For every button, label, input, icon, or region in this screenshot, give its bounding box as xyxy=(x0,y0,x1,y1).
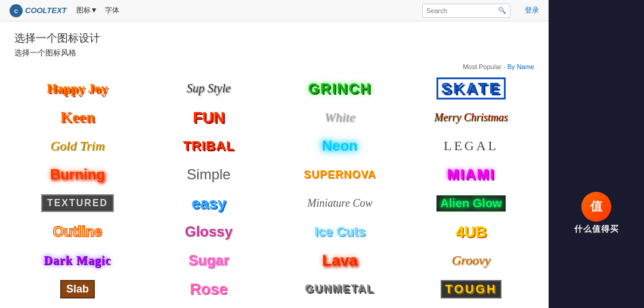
logo-text: COOLTEXT xyxy=(25,6,67,15)
icon-label-super-style: Sup Style xyxy=(187,82,231,95)
icon-item-super-style[interactable]: Sup Style xyxy=(145,75,272,102)
icon-label-keen: Keen xyxy=(60,108,95,126)
sort-by-name[interactable]: By Name xyxy=(507,63,534,70)
icon-item-grinch[interactable]: GRINCH xyxy=(277,75,403,102)
icon-label-4ub: 4UB xyxy=(456,223,487,241)
icon-item-spring[interactable]: Spring xyxy=(277,304,403,308)
content: 选择一个图标设计 选择一个图标风格 Most Popular - By Name… xyxy=(0,21,549,308)
icon-item-fun[interactable]: FUN xyxy=(145,104,272,130)
icon-item-glossy[interactable]: Glossy xyxy=(145,219,272,245)
icon-label-easy: easy xyxy=(191,194,226,213)
search-icon: 🔍 xyxy=(498,7,506,14)
icon-item-slab[interactable]: Slab xyxy=(14,276,141,302)
icon-label-miniature-cow: Miniature Cow xyxy=(308,197,373,210)
icon-item-merry-christmas[interactable]: Merry Christmas xyxy=(408,104,534,130)
sort-label: Most Popular xyxy=(463,63,501,70)
icon-item-sugar[interactable]: Sugar xyxy=(145,247,272,273)
main-area: C COOLTEXT 图标▼ 字体 🔍 登录 选择一个图标设计 选择一个图标风格… xyxy=(0,0,549,308)
nav-font-item[interactable]: 字体 xyxy=(105,5,119,15)
icon-label-tribal: TRIBAL xyxy=(183,138,235,154)
icon-label-outline: Outline xyxy=(53,223,103,240)
icon-label-gunmetal: GUNMETAL xyxy=(305,283,375,295)
icon-label-gold-trim: Gold Trim xyxy=(50,138,104,154)
icon-label-legal: LEGAL xyxy=(444,138,499,154)
icon-label-sugar: Sugar xyxy=(188,252,229,269)
icon-item-lava[interactable]: Lava xyxy=(277,247,403,273)
icon-item-vampire[interactable]: Vampire xyxy=(145,304,272,308)
icon-label-groovy: Groovy xyxy=(451,253,490,268)
icon-label-neon: Neon xyxy=(322,138,358,154)
icon-item-alien-glow[interactable]: Alien Glow xyxy=(408,190,534,216)
login-button[interactable]: 登录 xyxy=(525,5,539,15)
icon-item-dark-magic[interactable]: Dark Magic xyxy=(14,247,141,273)
nav-items: 图标▼ 字体 xyxy=(76,5,119,15)
sort-separator: - xyxy=(503,63,507,70)
icon-item-happy-joy[interactable]: Happy Joy xyxy=(14,75,141,102)
nav-icon-item[interactable]: 图标▼ xyxy=(76,5,98,15)
icon-item-dragon[interactable]: Dragon xyxy=(14,304,141,308)
icon-label-alien-glow: Alien Glow xyxy=(436,195,505,211)
icons-grid: Happy JoySup StyleGRINCHSKATEKeenFUNWhit… xyxy=(14,75,534,308)
icon-item-gold-trim[interactable]: Gold Trim xyxy=(14,133,141,159)
icon-label-dark-magic: Dark Magic xyxy=(44,254,112,267)
icon-label-merry-christmas: Merry Christmas xyxy=(434,111,508,124)
icon-item-keen[interactable]: Keen xyxy=(14,104,141,130)
icon-item-miniature-cow[interactable]: Miniature Cow xyxy=(277,190,403,216)
icon-item-ice[interactable]: Ice Cuts xyxy=(277,219,403,245)
icon-item-skate[interactable]: SKATE xyxy=(408,75,534,102)
icon-item-comic[interactable]: COMIC xyxy=(408,304,534,308)
icon-label-skate: SKATE xyxy=(436,77,505,99)
icon-item-outline[interactable]: Outline xyxy=(14,219,141,245)
icon-item-4ub[interactable]: 4UB xyxy=(408,219,534,245)
icon-label-lava: Lava xyxy=(322,251,357,270)
icon-item-neon[interactable]: Neon xyxy=(277,133,403,159)
sort-bar: Most Popular - By Name xyxy=(14,63,534,70)
icon-label-simple: Simple xyxy=(187,166,230,183)
icon-label-happy-joy: Happy Joy xyxy=(47,81,108,97)
icon-item-easy[interactable]: easy xyxy=(145,190,272,216)
icon-item-gunmetal[interactable]: GUNMETAL xyxy=(277,276,403,302)
icon-label-burning: Burning xyxy=(50,166,105,183)
logo[interactable]: C COOLTEXT xyxy=(10,4,67,17)
icon-item-textured[interactable]: TEXTURED xyxy=(14,190,141,216)
icon-label-glossy: Glossy xyxy=(185,223,233,240)
icon-item-groovy[interactable]: Groovy xyxy=(408,247,534,273)
svg-text:C: C xyxy=(14,8,18,14)
brand-circle-text: 值 xyxy=(590,198,602,214)
icon-label-tough: TOUGH xyxy=(441,280,502,298)
header: C COOLTEXT 图标▼ 字体 🔍 登录 xyxy=(0,0,549,21)
brand-name: 什么值得买 xyxy=(574,224,619,235)
icon-label-grinch: GRINCH xyxy=(308,80,372,97)
icon-label-fun: FUN xyxy=(193,108,224,127)
icon-item-tribal[interactable]: TRIBAL xyxy=(145,133,272,159)
icon-item-legal[interactable]: LEGAL xyxy=(408,133,534,159)
icon-label-ice: Ice Cuts xyxy=(314,224,366,239)
brand-logo: 值 什么值得买 xyxy=(574,192,619,235)
brand-circle: 值 xyxy=(581,192,611,222)
search-input[interactable] xyxy=(426,7,498,14)
icon-item-miami[interactable]: MIAMI xyxy=(408,161,534,188)
icon-label-slab: Slab xyxy=(60,280,95,298)
icon-item-white[interactable]: White xyxy=(277,104,403,130)
icon-item-supernova[interactable]: SUPERNOVA xyxy=(277,161,403,188)
icon-label-white: White xyxy=(324,110,355,125)
icon-item-tough[interactable]: TOUGH xyxy=(408,276,534,302)
search-bar: 🔍 xyxy=(422,4,510,18)
icon-label-textured: TEXTURED xyxy=(41,194,114,212)
icon-item-simple[interactable]: Simple xyxy=(145,161,272,188)
icon-label-miami: MIAMI xyxy=(447,166,496,183)
icon-item-roze[interactable]: Rose xyxy=(145,276,272,302)
icon-item-burning[interactable]: Burning xyxy=(14,161,141,188)
page-title: 选择一个图标设计 xyxy=(14,31,534,45)
icon-label-roze: Rose xyxy=(190,280,228,298)
logo-icon: C xyxy=(10,4,23,17)
right-panel: 值 什么值得买 xyxy=(549,0,644,308)
page-subtitle: 选择一个图标风格 xyxy=(14,48,534,58)
icon-label-supernova: SUPERNOVA xyxy=(304,169,376,181)
